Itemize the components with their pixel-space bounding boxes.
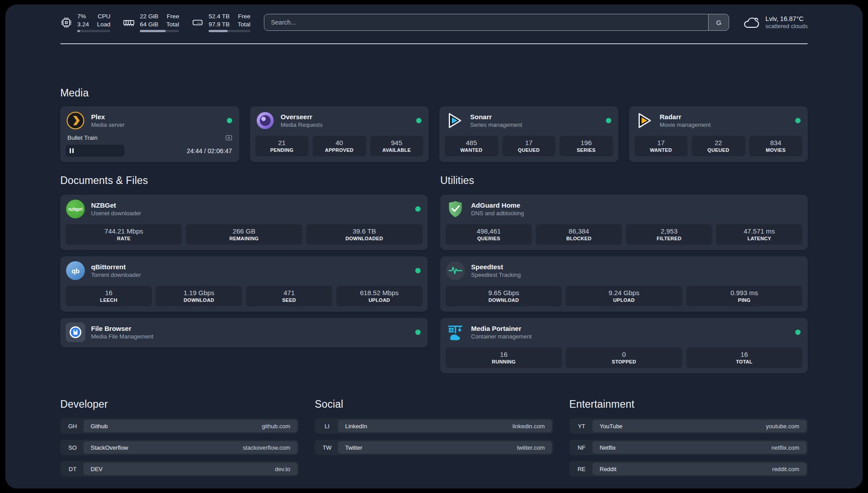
- memory-icon: [123, 17, 135, 29]
- cpu-widget: 7% 3.24 CPU Load: [60, 13, 110, 33]
- bookmark-name: Netflix: [600, 444, 616, 451]
- bookmark-linkedin[interactable]: LI LinkedIn linkedin.com: [315, 418, 553, 434]
- bookmark-dev[interactable]: DT DEV dev.to: [60, 461, 299, 476]
- resource-widgets: 7% 3.24 CPU Load: [60, 13, 250, 33]
- bookmark-group-social: Social LI LinkedIn linkedin.com TW Twitt…: [315, 398, 553, 476]
- stat-value: 471: [248, 289, 330, 297]
- stat-box: 498,461 QUERIES: [446, 224, 532, 245]
- status-dot: [415, 330, 421, 335]
- disk-free-label: Free: [238, 13, 250, 21]
- stat-value: 22: [693, 139, 743, 146]
- bookmark-netflix[interactable]: NF Netflix netflix.com: [569, 440, 808, 455]
- stat-box: 744.21 Mbps RATE: [66, 224, 182, 245]
- stat-label: SERIES: [561, 147, 611, 153]
- memory-progress-fill: [140, 30, 166, 32]
- bookmark-name: Twitter: [345, 444, 362, 451]
- bookmark-abbr: YT: [571, 420, 593, 432]
- service-card-portainer[interactable]: Media Portainer Container management 16 …: [440, 318, 808, 373]
- bookmark-group-title: Social: [315, 398, 553, 410]
- stat-label: STOPPED: [568, 359, 680, 364]
- service-card-sonarr[interactable]: Sonarr Series management 485 WANTED 17 Q…: [439, 106, 618, 162]
- service-name: Overseerr: [281, 113, 411, 121]
- stat-box: 0 STOPPED: [566, 347, 682, 368]
- service-card-nzbget[interactable]: nzbget NZBGet Usenet downloader 744.21 M…: [60, 195, 428, 250]
- stat-box: 834 MOVIES: [749, 136, 803, 156]
- service-card-qbittorrent[interactable]: qb qBittorrent Torrent downloader 16 LEE…: [60, 256, 428, 312]
- search-box: G: [264, 14, 730, 31]
- stat-box: 2,953 FILTERED: [626, 224, 712, 245]
- stat-box: 618.52 Mbps UPLOAD: [336, 286, 422, 306]
- disk-free-value: 52.4 TB: [209, 13, 230, 21]
- stat-label: UPLOAD: [338, 297, 421, 303]
- weather-widget: Lviv, 16.87°C scattered clouds: [743, 15, 808, 29]
- bookmark-abbr: RE: [571, 463, 593, 475]
- stat-label: QUEUED: [504, 147, 554, 153]
- pause-button[interactable]: [70, 148, 74, 153]
- stat-box: 196 SERIES: [559, 136, 613, 156]
- service-card-adguard[interactable]: AdGuard Home DNS and adblocking 498,461 …: [440, 195, 808, 250]
- stat-label: TOTAL: [688, 359, 801, 364]
- stat-value: 86,384: [538, 227, 620, 235]
- cpu-percent: 7%: [77, 13, 89, 21]
- service-description: Media server: [91, 121, 221, 128]
- search-widget: G: [264, 14, 730, 31]
- service-card-filebrowser[interactable]: File Browser Media File Management: [60, 318, 428, 347]
- section-media: Media Plex Media server: [60, 87, 808, 162]
- memory-total-label: Total: [167, 21, 179, 29]
- stat-label: DOWNLOAD: [447, 297, 560, 303]
- cast-icon[interactable]: [225, 134, 233, 142]
- stat-label: FILTERED: [628, 236, 710, 241]
- playback-time: 24:44 / 02:06:47: [187, 147, 234, 155]
- stat-box: 485 WANTED: [445, 136, 498, 156]
- service-card-radarr[interactable]: Radarr Movie management 17 WANTED 22 QUE…: [629, 106, 808, 162]
- service-name: Plex: [91, 113, 221, 121]
- disk-total-value: 97.9 TB: [209, 21, 230, 29]
- bookmark-abbr: TW: [316, 441, 338, 454]
- stat-label: SEED: [248, 297, 330, 303]
- disk-progress-fill: [209, 30, 228, 32]
- stat-label: DOWNLOAD: [158, 297, 240, 303]
- service-card-overseerr[interactable]: Overseerr Media Requests 21 PENDING 40 A…: [250, 106, 429, 162]
- stat-value: 9.65 Gbps: [447, 289, 560, 297]
- cpu-label: CPU: [97, 13, 110, 21]
- stat-label: RATE: [67, 236, 180, 241]
- bookmark-github[interactable]: GH Github github.com: [60, 418, 299, 434]
- bookmark-url: linkedin.com: [513, 423, 545, 430]
- sonarr-icon: [445, 111, 464, 130]
- stat-box: 16 RUNNING: [446, 347, 562, 368]
- stat-value: 266 GB: [188, 227, 300, 235]
- stat-value: 618.52 Mbps: [338, 289, 421, 297]
- disk-icon: [192, 17, 204, 29]
- section-title-documents: Documents & Files: [60, 175, 428, 187]
- stat-value: 834: [751, 139, 801, 146]
- service-description: Media Requests: [281, 121, 411, 128]
- stat-label: AVAILABLE: [372, 147, 422, 153]
- service-card-plex[interactable]: Plex Media server Bullet Train: [60, 106, 239, 162]
- stat-value: 196: [561, 139, 611, 146]
- service-name: Radarr: [660, 113, 790, 121]
- stat-label: PING: [688, 297, 801, 303]
- stat-value: 16: [67, 289, 150, 297]
- stat-label: UPLOAD: [568, 297, 680, 303]
- dashboard-frame: 7% 3.24 CPU Load: [5, 4, 863, 489]
- status-dot: [795, 118, 801, 123]
- search-engine-button[interactable]: G: [708, 14, 729, 30]
- stat-box: 86,384 BLOCKED: [536, 224, 622, 245]
- memory-widget: 22 GiB 64 GiB Free Total: [123, 13, 179, 33]
- bookmark-name: LinkedIn: [345, 423, 367, 430]
- stat-value: 744.21 Mbps: [67, 227, 180, 235]
- qbittorrent-icon: qb: [66, 261, 85, 280]
- bookmark-stackoverflow[interactable]: SO StackOverflow stackoverflow.com: [60, 440, 299, 455]
- overseerr-icon: [255, 111, 275, 130]
- bookmark-youtube[interactable]: YT YouTube youtube.com: [569, 418, 808, 434]
- stat-label: RUNNING: [447, 359, 560, 364]
- bookmark-twitter[interactable]: TW Twitter twitter.com: [315, 440, 553, 455]
- bookmark-reddit[interactable]: RE Reddit reddit.com: [569, 461, 808, 476]
- disk-progress-track: [209, 30, 250, 32]
- search-input[interactable]: [264, 14, 709, 30]
- stat-value: 1.19 Gbps: [158, 289, 240, 297]
- service-card-speedtest[interactable]: Speedtest Speedtest Tracking 9.65 Gbps D…: [440, 256, 808, 312]
- status-dot: [415, 268, 421, 273]
- cpu-progress-fill: [77, 30, 80, 32]
- top-bar: 7% 3.24 CPU Load: [60, 4, 808, 31]
